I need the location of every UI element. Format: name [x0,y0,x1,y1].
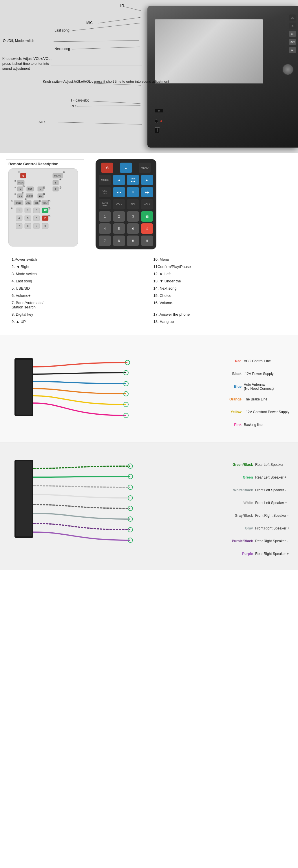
next-button[interactable]: ▶▶ [141,187,153,197]
svg-text:⑩: ⑩ [63,171,65,174]
desc-15: 15. Choice [153,292,287,299]
svg-line-3 [54,40,139,42]
ent-button[interactable]: ENT▶|◀ [127,175,139,185]
wire-harness-1-section: Red ACC Control Line Black -12V Power Su… [0,335,298,442]
vol-minus-button[interactable]: VOL- [113,199,125,210]
svg-text:①: ① [18,171,20,174]
onoff-button[interactable]: ⏻/M [289,39,296,45]
key-0[interactable]: 0 [141,236,153,246]
desc-5: 5. USB/SD [11,285,145,291]
key-5[interactable]: 5 [113,223,125,234]
mic-button[interactable]: MIC [289,14,296,21]
remote-diagram: ⏻ ① MODE ③ ◄ ② ENT ⑪ ► [8,168,78,247]
wire-svg-1 [6,341,292,436]
vol-plus-button[interactable]: VOL+ [141,199,153,210]
device-section: MIC IR ⏮ ⏻/M ⏭ TF USB IR MIC Last song O… [0,0,298,153]
desc-18: 18. Hang up [153,318,287,324]
svg-line-6 [59,82,141,85]
remote-big-container: ⏻ ▲ MENU MODE ◄ ENT▶|◀ ► USBSD ◄◄ ▼ ▶▶ [95,159,156,249]
key-6[interactable]: 6 [127,223,139,234]
svg-text:▶▶: ▶▶ [39,195,42,197]
band-button[interactable]: BANDAMS [99,199,111,210]
key-1[interactable]: 1 [99,211,111,222]
desc-11: 11Confirm/Play/Pause [153,264,287,270]
hangup-button[interactable]: ✆ [141,223,153,234]
svg-text:1: 1 [18,209,20,212]
svg-text:VOL+: VOL+ [42,202,48,204]
key-8[interactable]: 8 [113,236,125,246]
answer-button[interactable]: ☎ [141,211,153,222]
menu-button[interactable]: MENU [139,163,151,173]
desc-16: 16. Volume- [153,300,287,310]
svg-text:7: 7 [18,224,20,227]
wire-harness-2: Green/Black Rear Left Speaker - Green Re… [6,448,292,564]
up-button[interactable]: ▲ [120,163,132,173]
ann-ir: IR [120,3,124,8]
tf-slot[interactable]: TF [155,109,163,113]
svg-text:▲: ▲ [55,181,57,184]
svg-text:⏻: ⏻ [22,175,24,177]
ann-aux: RES [70,104,78,108]
connector-1 [14,358,33,416]
ann-usb: AUX [38,120,46,124]
svg-text:3: 3 [36,209,37,212]
svg-text:USB/SD: USB/SD [26,195,33,197]
prev-button[interactable]: ◄◄ [113,187,125,197]
ann-last-song: Last song [55,28,69,32]
aux-port[interactable] [155,120,158,123]
power-button[interactable]: ⏻ [101,163,113,173]
svg-line-8 [77,105,141,106]
svg-text:⑤: ⑤ [22,191,24,194]
remote-big: ⏻ ▲ MENU MODE ◄ ENT▶|◀ ► USBSD ◄◄ ▼ ▶▶ [95,159,156,249]
desc-6: 6. Volume+ [11,292,145,299]
desc-8: 8. Digital key [11,311,145,317]
svg-line-0 [123,6,142,11]
desc-9: 9. ▲ UP [11,318,145,324]
svg-text:◄◄: ◄◄ [18,195,22,197]
sel-button[interactable]: SEL [127,199,139,210]
wire-harness-2-section: Green/Black Rear Left Speaker - Green Re… [0,442,298,570]
svg-text:⑬: ⑬ [59,186,61,189]
next-song-button[interactable]: ⏭ [289,47,296,53]
ann-onoff: On/Off, Mode switch [3,39,34,43]
desc-14: 14. Next song [153,285,287,291]
wire-svg-2 [6,448,292,564]
svg-text:BAND: BAND [16,202,21,204]
svg-text:⑨: ⑨ [59,178,61,181]
svg-text:③: ③ [14,180,16,182]
remote-desc-list: 1.Power switch 10. Menu 2. ◄ Right 11Con… [6,252,292,329]
key-9[interactable]: 9 [127,236,139,246]
key-4[interactable]: 4 [99,223,111,234]
svg-line-7 [78,100,141,103]
key-3[interactable]: 3 [127,211,139,222]
usbsd-button[interactable]: USBSD [99,187,111,197]
svg-text:6: 6 [36,217,37,220]
connector-2 [14,460,33,538]
key-7[interactable]: 7 [99,236,111,246]
desc-3: 3. Mode switch [11,271,145,277]
usb-port[interactable]: USB [155,127,160,133]
svg-text:MENU: MENU [54,175,61,177]
svg-text:9: 9 [36,224,37,227]
mode-button[interactable]: MODE [99,175,111,185]
svg-line-9 [58,122,142,124]
device-body: MIC IR ⏮ ⏻/M ⏭ TF USB [147,6,298,148]
ann-knob: Knob switch: Adjust VOL+/VOL-,press it s… [2,56,52,71]
volume-knob[interactable] [282,64,294,75]
down-button[interactable]: ▼ [127,187,139,197]
remote-diagram-svg: ⏻ ① MODE ③ ◄ ② ENT ⑪ ► [9,169,78,247]
key-2[interactable]: 2 [113,211,125,222]
svg-text:⑫: ⑫ [43,186,45,189]
ir-button: IR [289,23,296,29]
remote-row-1: ⏻ ▲ MENU [98,163,153,173]
svg-text:SEL: SEL [34,202,38,204]
right-button[interactable]: ► [141,175,153,185]
svg-text:VOL-: VOL- [26,202,31,204]
svg-line-2 [72,23,140,31]
remote-row-3: USBSD ◄◄ ▼ ▶▶ [98,187,153,197]
left-button[interactable]: ◄ [113,175,125,185]
desc-1: 1.Power switch [11,256,145,262]
last-song-button[interactable]: ⏮ [289,31,296,37]
desc-12: 12. ► Left [153,271,287,277]
ann-res: TF card slot [70,98,89,102]
